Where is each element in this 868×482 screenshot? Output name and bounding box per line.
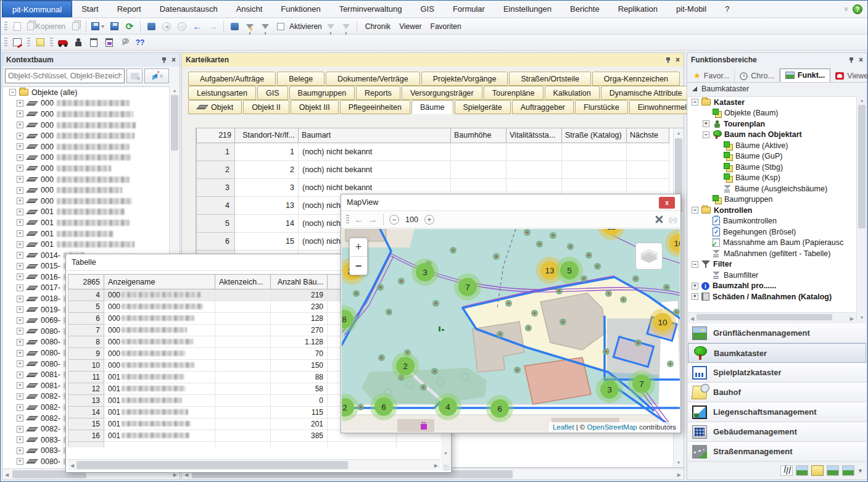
tree-item[interactable]: +000 xyxy=(3,109,169,120)
module-liegenschaftsmanagement[interactable]: Liegenschaftsmanagement xyxy=(688,402,866,422)
expander-icon[interactable]: + xyxy=(17,404,23,411)
table-row[interactable]: 22(noch) nicht bekannt xyxy=(197,160,669,178)
map-back-icon[interactable]: ← xyxy=(354,215,364,225)
map-forward-icon[interactable]: → xyxy=(368,215,378,225)
funktions-tree-item-b-ume-aktive[interactable]: Bäume (Aktive) xyxy=(688,140,856,151)
expander-icon[interactable]: − xyxy=(9,89,16,96)
filter-search-button[interactable] xyxy=(258,20,272,33)
row-header[interactable]: 5 xyxy=(68,301,104,313)
tab-spielger-te[interactable]: Spielgeräte xyxy=(455,100,511,114)
column-header[interactable]: Nächste xyxy=(627,128,669,143)
funktions-tree-item-baum-nach-objektart[interactable]: −Baum nach Objektart xyxy=(688,130,856,141)
tree-map-marker[interactable] xyxy=(667,360,674,367)
menu-item-terminverwaltung[interactable]: Terminverwaltung xyxy=(330,1,411,17)
tree-map-marker[interactable] xyxy=(377,284,384,291)
right-tab-chro[interactable]: Chro... xyxy=(735,70,780,82)
close-button[interactable]: x xyxy=(659,197,675,209)
tree-map-marker[interactable] xyxy=(497,331,503,338)
tree-item[interactable]: +000 xyxy=(3,174,169,185)
row-header[interactable]: 12 xyxy=(68,383,104,395)
expander-icon[interactable]: + xyxy=(17,176,23,183)
journal2-button[interactable] xyxy=(102,36,116,49)
funktions-tree-item-ma-nahmen-gefiltert-tabelle[interactable]: Maßnahmen (gefiltert - Tabelle) xyxy=(688,248,856,259)
row-header[interactable]: 14 xyxy=(68,407,104,418)
tab-flurst-cke[interactable]: Flurstücke xyxy=(575,100,628,114)
tab-tourenpl-ne[interactable]: Tourenpläne xyxy=(484,86,544,100)
row-header[interactable]: 7 xyxy=(68,325,104,336)
row-header[interactable]: 13 xyxy=(68,395,104,407)
expander-icon[interactable]: + xyxy=(17,360,23,367)
pin-icon[interactable] xyxy=(666,57,671,63)
tree-item[interactable]: +000 xyxy=(3,98,169,109)
row-header[interactable]: 10 xyxy=(68,360,104,372)
landscape-icon[interactable] xyxy=(842,465,854,476)
row-header[interactable]: 6 xyxy=(68,313,104,325)
menu-item-start[interactable]: Start xyxy=(72,1,107,17)
tree-map-marker[interactable] xyxy=(594,263,601,270)
expander-icon[interactable]: + xyxy=(17,436,23,443)
gps-signal-icon[interactable]: ((•)) xyxy=(668,216,677,223)
filter-clear-button[interactable] xyxy=(339,20,353,33)
expander-icon[interactable]: + xyxy=(17,350,23,357)
section-baumkataster[interactable]: Baumkataster xyxy=(687,83,867,94)
tab-aufgaben-auftr-ge[interactable]: Aufgaben/Aufträge xyxy=(188,72,276,86)
funktions-tree-item-baumzahl-pro[interactable]: +iBaumzahl pro...... xyxy=(688,281,856,292)
module-gebäudemanagement[interactable]: Gebäudemanagement xyxy=(688,422,866,442)
funktions-tree-item-b-ume-ksp[interactable]: Bäume (Ksp) xyxy=(688,173,856,184)
funktions-tree-item-sch-den-ma-nahmen-katalog[interactable]: +Schäden / Maßnahmen (Katalog) xyxy=(688,291,856,302)
menu-item-?[interactable]: ? xyxy=(716,1,738,17)
tree-map-marker[interactable] xyxy=(632,275,639,282)
pin-icon[interactable] xyxy=(849,57,854,63)
map-cluster-marker[interactable]: 13 xyxy=(540,261,559,280)
forward-button[interactable]: → xyxy=(206,20,220,33)
column-header[interactable]: Anzeigename xyxy=(104,275,215,289)
expander-icon[interactable]: + xyxy=(17,317,23,324)
tree-item[interactable]: +000 xyxy=(3,196,169,207)
clear-filter-button[interactable] xyxy=(126,69,143,83)
expander-icon[interactable]: − xyxy=(692,261,698,268)
expander-icon[interactable]: + xyxy=(17,372,23,378)
expander-icon[interactable]: + xyxy=(17,306,23,313)
tree-map-marker[interactable] xyxy=(525,325,532,331)
tab-projekte-vorg-nge[interactable]: Projekte/Vorgänge xyxy=(421,72,508,86)
zoom-out-button[interactable]: − xyxy=(389,215,399,225)
menu-item-einstellungen[interactable]: Einstellungen xyxy=(494,1,561,17)
map-tools-icon[interactable] xyxy=(654,215,663,224)
map-cluster-marker[interactable]: 3 xyxy=(416,263,434,281)
tree-item[interactable]: +001 xyxy=(3,217,169,228)
map-canvas[interactable]: 208371351110102264637 +− Leaflet | © Ope… xyxy=(342,229,680,432)
funktions-tree-item-tourenplan[interactable]: +Tourenplan xyxy=(688,118,856,130)
expander-icon[interactable]: + xyxy=(17,252,23,259)
ribbon-collapse-icon[interactable]: v xyxy=(845,6,848,12)
expander-icon[interactable]: + xyxy=(17,143,23,150)
tree-map-marker[interactable] xyxy=(357,404,364,410)
tree-map-marker[interactable] xyxy=(531,310,538,317)
expander-icon[interactable]: − xyxy=(692,207,698,214)
back-button[interactable]: ← xyxy=(191,20,204,33)
expander-icon[interactable]: + xyxy=(17,219,23,226)
expander-icon[interactable]: + xyxy=(17,458,23,465)
menu-item-datenaustausch[interactable]: Datenaustausch xyxy=(151,1,227,17)
copy-button[interactable]: Kopieren xyxy=(26,20,67,33)
funktions-tree-item-massnahme-am-baum-papierausc[interactable]: Massnahme am Baum (Papierausc xyxy=(688,238,856,249)
module-baumkataster[interactable]: Baumkataster xyxy=(688,343,866,363)
tab-belege[interactable]: Belege xyxy=(277,72,324,86)
menu-item-funktionen[interactable]: Funktionen xyxy=(271,1,329,17)
tree-map-marker[interactable] xyxy=(560,318,566,325)
tab-reports[interactable]: Reports xyxy=(356,86,400,100)
filter-lightning-button[interactable]: ϟ xyxy=(243,20,257,33)
tree-map-marker[interactable] xyxy=(514,367,521,373)
close-icon[interactable]: × xyxy=(859,56,863,64)
expander-icon[interactable]: − xyxy=(692,99,698,106)
row-header[interactable]: 16 xyxy=(68,430,104,442)
row-header[interactable]: 1 xyxy=(197,143,235,160)
tree-item[interactable]: +000 xyxy=(3,130,169,141)
tree-filter-button[interactable] xyxy=(228,20,241,33)
map-cluster-marker[interactable]: 4 xyxy=(439,397,457,416)
expander-icon[interactable]: + xyxy=(17,285,23,291)
tab-b-ume[interactable]: Bäume xyxy=(411,100,453,114)
resize-grip[interactable] xyxy=(444,465,450,471)
funktions-tree-item-b-ume-stbg[interactable]: Bäume (Stbg) xyxy=(688,162,856,173)
tab-objekt-iii[interactable]: Objekt III xyxy=(291,100,339,114)
object-search-input[interactable] xyxy=(5,69,125,83)
